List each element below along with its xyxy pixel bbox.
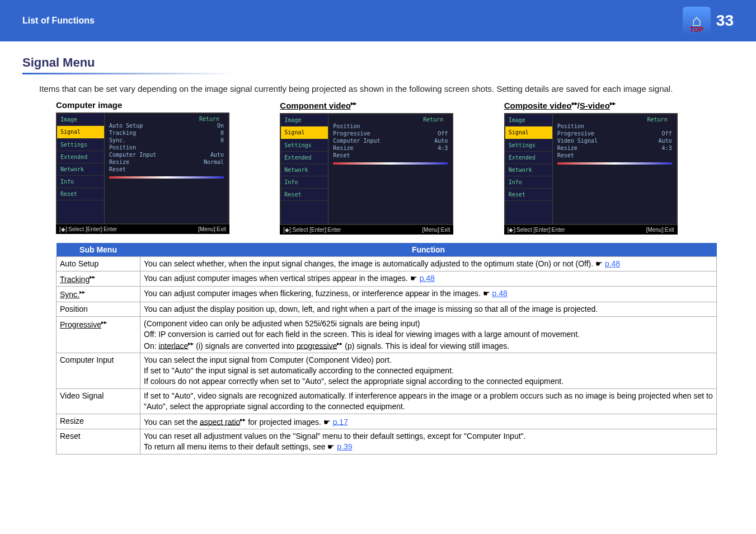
opt-val: On bbox=[217, 123, 224, 129]
menu-option-row: Reset bbox=[333, 152, 448, 159]
header-title: List of Functions bbox=[22, 16, 95, 26]
opt-name: Progressive bbox=[333, 130, 370, 137]
footer-exit: [Menu]:Exit bbox=[646, 227, 674, 233]
page-link[interactable]: p.48 bbox=[492, 289, 508, 298]
glossary-term[interactable]: progressive bbox=[297, 341, 337, 350]
enter-icon bbox=[82, 129, 88, 135]
opt-val: 0 bbox=[220, 130, 224, 136]
page-link[interactable]: p.48 bbox=[605, 259, 620, 268]
glossary-term[interactable]: interlace bbox=[158, 341, 188, 350]
opt-name: Resize bbox=[333, 145, 353, 151]
opt-name: Reset bbox=[333, 152, 350, 158]
sub-menu-cell: Auto Setup bbox=[57, 257, 140, 271]
glossary-term[interactable]: Tracking bbox=[60, 275, 90, 284]
func-text: If set to "Auto", video signals are reco… bbox=[144, 391, 713, 411]
computer-image-label: Computer image bbox=[56, 100, 269, 110]
func-text: You can adjust computer images when vert… bbox=[144, 274, 410, 283]
reference-icon: ☛ bbox=[410, 274, 420, 283]
menu-option-row: ProgressiveOff bbox=[557, 130, 672, 137]
menu-nav-item: Settings bbox=[57, 139, 104, 151]
component-label-text[interactable]: Component video bbox=[280, 101, 351, 110]
func-text: You can adjust computer images when flic… bbox=[144, 289, 483, 298]
menu-option-row: Position bbox=[109, 144, 224, 151]
menu-nav-item: Info bbox=[281, 176, 328, 189]
menu-nav-item: Extended bbox=[505, 152, 552, 164]
sub-menu-cell: Reset bbox=[57, 429, 140, 455]
composite-label-a[interactable]: Composite video bbox=[504, 101, 572, 110]
glossary-icon: ▸▸ bbox=[351, 100, 356, 106]
svideo-label[interactable]: S-video bbox=[580, 101, 610, 110]
func-text: (i) signals are converted into bbox=[194, 341, 297, 350]
func-text: To return all menu items to their defaul… bbox=[144, 442, 327, 451]
func-text: You can set the bbox=[144, 417, 200, 426]
section-title: Signal Menu bbox=[22, 55, 734, 70]
opt-val: Normal bbox=[204, 159, 224, 165]
opt-val: Auto bbox=[659, 138, 672, 144]
composite-video-block: Composite video▸▸/S-video▸▸ ImageSignalS… bbox=[504, 100, 717, 235]
glossary-term[interactable]: Sync. bbox=[60, 290, 79, 299]
top-label: TOP bbox=[690, 26, 703, 34]
menu-nav-item: Reset bbox=[281, 189, 328, 201]
reference-icon: ☛ bbox=[483, 289, 492, 298]
menu-option-row: ResizeNormal bbox=[109, 158, 224, 166]
page-link[interactable]: p.17 bbox=[333, 417, 348, 426]
menu-option-row: Tracking0 bbox=[109, 129, 224, 137]
menu-option-row: ProgressiveOff bbox=[333, 130, 448, 137]
function-cell: If set to "Auto", video signals are reco… bbox=[140, 388, 717, 414]
composite-video-label: Composite video▸▸/S-video▸▸ bbox=[504, 100, 717, 110]
glossary-icon: ▸▸ bbox=[337, 340, 342, 346]
menu-option-row: Reset bbox=[557, 152, 672, 159]
glossary-term[interactable]: Progressive bbox=[60, 320, 101, 329]
opt-name: Video Signal bbox=[557, 138, 598, 144]
return-label: Return bbox=[109, 116, 224, 122]
footer-select: [◆]:Select [Enter]:Enter bbox=[59, 226, 117, 232]
menu-nav-item: Network bbox=[57, 163, 104, 176]
menu-nav-item: Signal bbox=[505, 127, 552, 139]
opt-val: Auto bbox=[210, 152, 224, 158]
sub-menu-cell: Progressive▸▸ bbox=[57, 316, 140, 353]
intro-paragraph: Items that can be set vary depending on … bbox=[39, 83, 734, 95]
table-row: Computer InputYou can select the input s… bbox=[57, 353, 717, 389]
header-right: ⌂ TOP 33 bbox=[683, 7, 734, 35]
menu-nav-item: Info bbox=[57, 176, 104, 188]
menu-nav-item: Reset bbox=[57, 188, 104, 200]
footer-select: [◆]:Select [Enter]:Enter bbox=[508, 227, 565, 233]
menu-option-row: Auto SetupOn bbox=[109, 122, 224, 129]
func-text: You can select whether, when the input s… bbox=[144, 259, 595, 268]
page-number: 33 bbox=[716, 12, 734, 30]
composite-menu-screenshot: ImageSignalSettingsExtendedNetworkInfoRe… bbox=[504, 113, 678, 225]
menu-option-row: Computer InputAuto bbox=[333, 137, 448, 144]
menu-option-row: Video SignalAuto bbox=[557, 137, 672, 144]
function-cell: (Component video can only be adjusted wh… bbox=[140, 316, 717, 353]
opt-val: Off bbox=[438, 130, 448, 137]
sub-menu-cell: Resize bbox=[57, 414, 140, 429]
menu-nav-item: Signal bbox=[281, 127, 328, 139]
page-link[interactable]: p.48 bbox=[420, 274, 435, 283]
function-cell: You can reset all adjustment values on t… bbox=[140, 429, 717, 455]
footer-exit: [Menu]:Exit bbox=[198, 226, 226, 232]
computer-menu-screenshot: ImageSignalSettingsExtendedNetworkInfoRe… bbox=[56, 113, 229, 224]
enter-icon bbox=[530, 129, 537, 136]
enter-icon bbox=[306, 129, 312, 136]
opt-name: Auto Setup bbox=[109, 123, 143, 129]
glossary-term[interactable]: aspect ratio bbox=[200, 417, 240, 426]
top-logo[interactable]: ⌂ TOP bbox=[683, 7, 711, 35]
func-text: (p) signals. This is ideal for viewing s… bbox=[342, 341, 509, 350]
opt-name: Reset bbox=[109, 166, 126, 172]
func-text: If colours do not appear correctly when … bbox=[144, 377, 564, 386]
page-link[interactable]: p.39 bbox=[337, 442, 352, 451]
sub-menu-cell: Position bbox=[57, 302, 140, 316]
opt-val: 4:3 bbox=[438, 145, 448, 151]
menu-option-row: Position bbox=[333, 123, 448, 130]
func-text: On: bbox=[144, 341, 158, 350]
func-text: If set to "Auto" the input signal is set… bbox=[144, 366, 454, 375]
table-row: Video SignalIf set to "Auto", video sign… bbox=[57, 388, 717, 414]
menu-nav-item: Extended bbox=[57, 151, 104, 163]
screenshot-row: Computer image ImageSignalSettingsExtend… bbox=[56, 100, 717, 235]
function-cell: You can set the aspect ratio▸▸ for proje… bbox=[140, 414, 717, 429]
menu-option-row: Position bbox=[557, 123, 672, 130]
menu-nav-item: Settings bbox=[505, 139, 552, 152]
footer-select: [◆]:Select [Enter]:Enter bbox=[283, 227, 341, 233]
glossary-icon: ▸▸ bbox=[79, 289, 85, 295]
table-row: PositionYou can adjust the display posit… bbox=[57, 302, 717, 316]
